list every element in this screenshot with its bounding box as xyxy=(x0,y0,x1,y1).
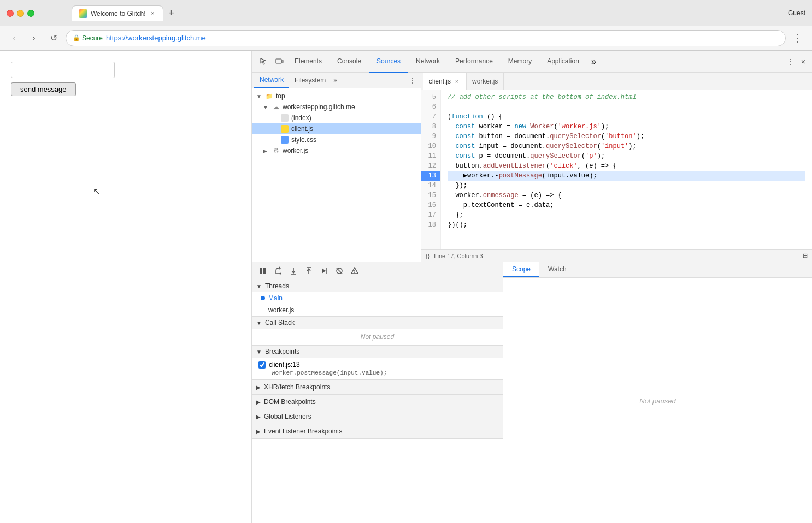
code-tab-workerjs-label: worker.js xyxy=(472,78,498,85)
threads-arrow: ▼ xyxy=(256,283,262,289)
close-button[interactable] xyxy=(7,10,14,17)
thread-item-main[interactable]: Main xyxy=(252,292,503,304)
gear-icon: ⚙ xyxy=(272,146,280,155)
tree-item-index[interactable]: ▶ (index) xyxy=(252,112,421,123)
code-line-16: p.textContent = e.data; xyxy=(448,200,805,210)
devtools-close-button[interactable]: × xyxy=(799,55,808,68)
tab-close-button[interactable]: × xyxy=(149,10,156,17)
svg-point-6 xyxy=(280,273,281,275)
cloud-icon: ☁ xyxy=(272,103,280,111)
browser-tab[interactable]: Welcome to Glitch! × xyxy=(72,5,163,21)
tree-item-workerjs[interactable]: ▶ ⚙ worker.js xyxy=(252,145,421,156)
xhr-title: XHR/fetch Breakpoints xyxy=(264,383,330,391)
secure-label: Secure xyxy=(82,34,103,42)
step-into-button[interactable] xyxy=(287,264,300,277)
breakpoints-section: ▼ Breakpoints client.js:13 worker.postMe xyxy=(252,346,503,380)
tab-performance[interactable]: Performance xyxy=(448,51,501,73)
message-input[interactable] xyxy=(11,62,115,78)
element-picker-button[interactable] xyxy=(256,54,272,69)
status-bar: {} Line 17, Column 3 ⊞ xyxy=(421,249,812,262)
event-listener-title: Event Listener Breakpoints xyxy=(264,427,342,435)
minimize-button[interactable] xyxy=(17,10,24,17)
debugger-sections: ▼ Threads Main worker.js xyxy=(252,280,503,523)
code-editor[interactable]: 5 6 7 8 9 10 11 12 13 14 15 16 1 xyxy=(421,90,812,249)
dom-arrow: ▶ xyxy=(256,399,261,405)
scope-tabs: Scope Watch xyxy=(503,262,812,278)
deactivate-breakpoints-button[interactable] xyxy=(333,264,346,277)
code-tab-clientjs-close[interactable]: × xyxy=(453,78,461,85)
debugger-right: Scope Watch Not paused xyxy=(503,262,812,523)
tree-item-stylecss[interactable]: ▶ style.css xyxy=(252,134,421,145)
src-tab-overflow[interactable]: » xyxy=(331,73,339,87)
tab-memory[interactable]: Memory xyxy=(501,51,539,73)
svg-rect-1 xyxy=(282,60,283,63)
code-line-13: ▶worker.▪postMessage(input.value); xyxy=(448,171,805,181)
tree-item-domain[interactable]: ▼ ☁ workerstepping.glitch.me xyxy=(252,102,421,112)
call-stack-header[interactable]: ▼ Call Stack xyxy=(252,317,503,329)
tab-sources[interactable]: Sources xyxy=(369,51,408,73)
device-emulation-button[interactable] xyxy=(272,54,287,69)
dom-breakpoints-header[interactable]: ▶ DOM Breakpoints xyxy=(256,397,498,407)
scope-tab-scope[interactable]: Scope xyxy=(503,262,539,277)
code-editor-area: client.js × worker.js 5 6 7 8 xyxy=(421,73,812,262)
step-over-button[interactable] xyxy=(272,264,285,277)
devtools-tabs: Elements Console Sources Network Perform… xyxy=(287,51,785,73)
forward-button[interactable]: › xyxy=(26,31,42,46)
status-bar-format-button[interactable]: ⊞ xyxy=(803,252,808,259)
tree-label-top: top xyxy=(276,92,285,100)
threads-title: Threads xyxy=(265,282,289,290)
new-tab-button[interactable]: + xyxy=(163,6,179,21)
code-tab-workerjs[interactable]: worker.js xyxy=(467,73,504,90)
svg-point-16 xyxy=(354,272,355,274)
pause-resume-button[interactable] xyxy=(256,264,269,277)
browser-more-button[interactable]: ⋮ xyxy=(790,31,805,46)
breakpoint-checkbox[interactable] xyxy=(258,361,266,369)
debugger-left: ▼ Threads Main worker.js xyxy=(252,262,503,523)
tab-console[interactable]: Console xyxy=(329,51,369,73)
code-tab-clientjs[interactable]: client.js × xyxy=(423,73,467,90)
xhr-arrow: ▶ xyxy=(256,384,261,390)
send-message-button[interactable]: send message xyxy=(11,82,76,96)
dom-breakpoints-section: ▶ DOM Breakpoints xyxy=(252,395,503,409)
code-line-6 xyxy=(448,102,805,112)
line-num-6: 6 xyxy=(421,102,440,112)
breakpoint-label[interactable]: client.js:13 xyxy=(258,361,496,369)
tab-network[interactable]: Network xyxy=(408,51,448,73)
thread-item-workerjs[interactable]: worker.js xyxy=(252,304,503,316)
code-line-11: const p = document.querySelector('p'); xyxy=(448,151,805,161)
call-stack-arrow: ▼ xyxy=(256,320,262,326)
tree-item-clientjs[interactable]: ▶ client.js xyxy=(252,123,421,134)
tree-item-top[interactable]: ▼ 📁 top xyxy=(252,91,421,102)
code-line-15: worker.onmessage = (e) => { xyxy=(448,191,805,200)
refresh-button[interactable]: ↺ xyxy=(46,31,61,46)
tree-arrow-workerjs: ▶ xyxy=(263,148,269,154)
address-bar[interactable]: 🔒 Secure https://workerstepping.glitch.m… xyxy=(66,30,786,46)
line-num-7: 7 xyxy=(421,112,440,122)
scope-tab-watch[interactable]: Watch xyxy=(539,262,575,277)
sources-tab-menu[interactable]: ⋮ xyxy=(407,74,419,87)
breakpoints-header[interactable]: ▼ Breakpoints xyxy=(252,346,503,358)
code-content: // add other scripts at the bottom of in… xyxy=(441,90,812,249)
src-tab-network[interactable]: Network xyxy=(254,73,289,88)
event-listener-header[interactable]: ▶ Event Listener Breakpoints xyxy=(256,426,498,436)
threads-header[interactable]: ▼ Threads xyxy=(252,280,503,292)
global-listeners-title: Global Listeners xyxy=(264,413,311,420)
dom-title: DOM Breakpoints xyxy=(264,398,316,406)
devtools-tab-overflow[interactable]: » xyxy=(587,51,601,73)
xhr-breakpoints-header[interactable]: ▶ XHR/fetch Breakpoints xyxy=(256,382,498,392)
global-listeners-header[interactable]: ▶ Global Listeners xyxy=(256,412,498,421)
back-button[interactable]: ‹ xyxy=(7,31,22,46)
code-line-17: }; xyxy=(448,210,805,220)
tree-arrow-domain: ▼ xyxy=(263,104,269,110)
src-tab-filesystem[interactable]: Filesystem xyxy=(289,73,331,87)
devtools-settings-button[interactable]: ⋮ xyxy=(785,55,797,68)
tab-application[interactable]: Application xyxy=(539,51,587,73)
navigation-bar: ‹ › ↺ 🔒 Secure https://workerstepping.gl… xyxy=(0,26,812,50)
pause-on-exception-button[interactable] xyxy=(348,264,361,277)
title-bar: Welcome to Glitch! × + Guest xyxy=(0,0,812,26)
maximize-button[interactable] xyxy=(27,10,34,17)
step-button[interactable] xyxy=(317,264,331,277)
tab-elements[interactable]: Elements xyxy=(287,51,329,73)
step-out-button[interactable] xyxy=(302,264,315,277)
breakpoint-item-1[interactable]: client.js:13 worker.postMessage(input.va… xyxy=(252,358,503,379)
